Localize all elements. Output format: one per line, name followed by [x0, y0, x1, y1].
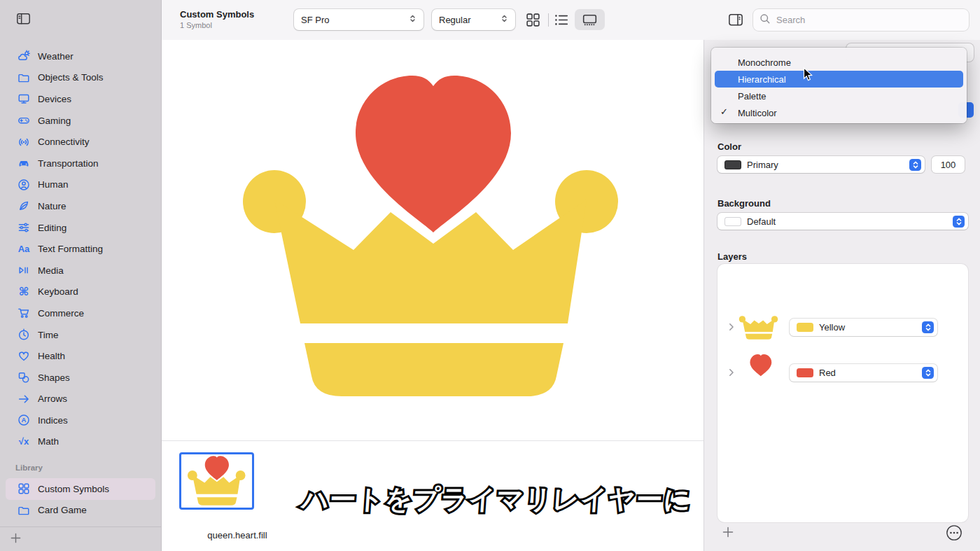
crown-layer-thumbnail[interactable] [738, 314, 779, 341]
sidebar-item-label: Connectivity [38, 137, 90, 147]
rendering-mode-menu: Monochrome Hierarchical Palette ✓Multico… [711, 48, 967, 123]
chevron-up-down-icon [409, 13, 416, 26]
sidebar-item-label: Media [38, 265, 64, 276]
stepper-icon[interactable] [909, 159, 921, 171]
menu-item-label: Monochrome [738, 57, 791, 68]
sidebar-item-media[interactable]: Media [6, 260, 155, 281]
sidebar-item-objects-tools[interactable]: Objects & Tools [6, 67, 155, 89]
inspector-panel: Monochrome Hierarchical Palette ✓Multico… [704, 40, 980, 551]
more-options-button[interactable] [946, 524, 962, 544]
sidebar-item-arrows[interactable]: Arrows [6, 389, 155, 410]
disclosure-chevron-icon[interactable] [729, 321, 734, 334]
opacity-field[interactable]: 100 [932, 156, 965, 173]
menu-item-monochrome[interactable]: Monochrome [711, 54, 967, 71]
sf-symbols-window: Weather Objects & Tools Devices Gaming C… [0, 0, 980, 551]
gallery-view-button[interactable] [582, 13, 597, 30]
layer-color-popup-red[interactable]: Red [790, 364, 937, 382]
sidebar-item-connectivity[interactable]: Connectivity [6, 131, 155, 153]
display-icon [15, 92, 32, 105]
background-color-swatch [724, 217, 741, 226]
search-field[interactable] [753, 9, 969, 31]
sidebar-item-label: Text Formatting [38, 244, 103, 254]
folder-icon [15, 504, 32, 517]
background-popup-value: Default [747, 216, 776, 227]
menu-item-label: Hierarchical [738, 74, 786, 85]
sidebar-item-shapes[interactable]: Shapes [6, 367, 155, 389]
red-swatch [797, 368, 813, 377]
list-view-button[interactable] [554, 13, 569, 30]
gallery-footer: queen.heart.fill ハートをプライマリレイヤーに [162, 440, 704, 551]
sidebar-item-weather[interactable]: Weather [6, 46, 155, 67]
chevron-up-down-icon [500, 13, 508, 26]
sidebar-item-devices[interactable]: Devices [6, 88, 155, 110]
textformat-icon: Aa [15, 244, 32, 254]
symbol-name: queen.heart.fill [167, 530, 307, 540]
sidebar-item-custom-symbols[interactable]: Custom Symbols [6, 478, 155, 500]
sidebar-item-human[interactable]: Human [6, 174, 155, 196]
layer-color-popup-yellow[interactable]: Yellow [790, 319, 937, 336]
sidebar-item-indices[interactable]: AIndices [6, 410, 155, 431]
sidebar-item-keyboard[interactable]: ⌘Keyboard [6, 281, 155, 303]
sidebar-item-text-formatting[interactable]: AaText Formatting [6, 238, 155, 260]
sidebar-category-list: Weather Objects & Tools Devices Gaming C… [6, 46, 155, 452]
sidebar-item-time[interactable]: Time [6, 324, 155, 346]
sidebar-item-label: Indices [38, 415, 68, 426]
menu-item-label: Multicolor [738, 108, 777, 118]
window-title: Custom Symbols [180, 9, 254, 20]
yellow-swatch [797, 323, 813, 332]
arrow-right-icon [15, 393, 32, 405]
font-popup-value: SF Pro [301, 15, 329, 25]
clock-icon [15, 328, 32, 341]
sidebar-item-health[interactable]: Health [6, 345, 155, 367]
sidebar-item-nature[interactable]: Nature [6, 195, 155, 217]
symbol-count: 1 Symbol [180, 21, 212, 29]
shapes-icon [15, 371, 32, 384]
stepper-icon[interactable] [953, 216, 965, 228]
queen-heart-thumbnail [186, 455, 248, 507]
sidebar-item-label: Math [38, 436, 59, 447]
grid-view-button[interactable] [526, 13, 540, 30]
folder-icon [15, 71, 32, 84]
sidebar-item-commerce[interactable]: Commerce [6, 302, 155, 324]
sidebar-toggle-icon[interactable] [16, 12, 31, 29]
toolbar: Custom Symbols 1 Symbol SF Pro Regular [162, 0, 980, 40]
menu-item-palette[interactable]: Palette [711, 88, 967, 104]
person-circle-icon [15, 179, 32, 191]
disclosure-chevron-icon[interactable] [729, 367, 734, 379]
sidebar-item-label: Arrows [38, 393, 67, 404]
menu-item-label: Palette [738, 91, 766, 102]
search-input[interactable] [775, 14, 962, 26]
color-section-label: Color [718, 141, 741, 152]
sidebar-item-label: Time [38, 330, 59, 340]
sidebar-item-math[interactable]: √xMath [6, 431, 155, 453]
stepper-icon[interactable] [922, 367, 934, 379]
sqrt-icon: √x [15, 436, 32, 447]
symbol-thumbnail-selected[interactable]: queen.heart.fill [179, 452, 254, 510]
background-popup[interactable]: Default [718, 213, 968, 230]
add-layer-button[interactable] [722, 526, 734, 541]
weight-popup-value: Regular [439, 15, 471, 25]
sidebar-item-card-game[interactable]: Card Game [6, 500, 155, 522]
heart-layer-thumbnail[interactable] [748, 354, 774, 377]
annotation-caption: ハートをプライマリレイヤーに [300, 482, 674, 517]
weight-popup[interactable]: Regular [432, 9, 515, 30]
sidebar-item-editing[interactable]: Editing [6, 217, 155, 239]
menu-item-hierarchical[interactable]: Hierarchical [711, 71, 967, 88]
sidebar-item-label: Objects & Tools [38, 72, 104, 83]
sidebar-item-transportation[interactable]: Transportation [6, 153, 155, 174]
gamecontroller-icon [15, 114, 32, 127]
menu-item-multicolor[interactable]: ✓Multicolor [711, 104, 967, 121]
antenna-icon [15, 136, 32, 148]
inspector-toggle-icon[interactable] [728, 13, 743, 30]
cloud-sun-icon [15, 50, 32, 62]
sidebar-item-label: Human [38, 179, 69, 190]
sidebar-item-label: Shapes [38, 372, 70, 383]
color-popup[interactable]: Primary [718, 156, 925, 173]
sidebar-item-label: Editing [38, 223, 66, 233]
stepper-icon[interactable] [922, 321, 934, 333]
leaf-icon [15, 200, 32, 212]
font-popup[interactable]: SF Pro [294, 9, 424, 30]
symbol-canvas [162, 40, 704, 440]
add-library-button[interactable] [10, 532, 22, 547]
sidebar-item-gaming[interactable]: Gaming [6, 110, 155, 132]
